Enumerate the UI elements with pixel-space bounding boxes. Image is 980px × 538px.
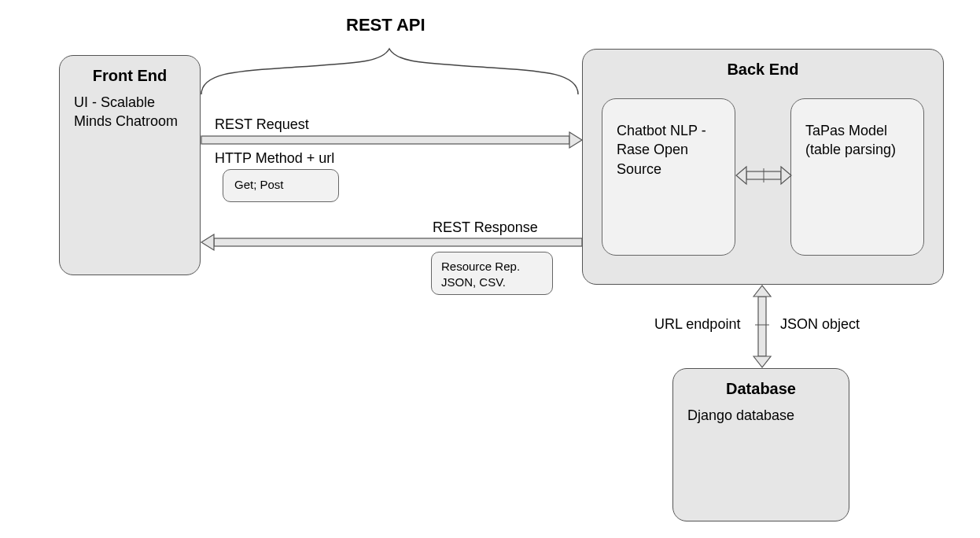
getpost-box: Get; Post xyxy=(223,169,339,202)
frontend-title: Front End xyxy=(60,67,200,85)
http-method-label: HTTP Method + url xyxy=(215,150,334,167)
database-box: Database Django database xyxy=(672,368,849,521)
svg-marker-10 xyxy=(753,356,771,367)
rest-api-title: REST API xyxy=(346,15,426,35)
svg-rect-8 xyxy=(758,297,766,356)
getpost-label: Get; Post xyxy=(223,170,338,199)
svg-marker-9 xyxy=(753,286,771,297)
tapas-box: TaPas Model (table parsing) xyxy=(790,98,924,256)
rest-response-label: REST Response xyxy=(433,219,538,236)
svg-marker-3 xyxy=(201,234,214,250)
resource-box: Resource Rep. JSON, CSV. xyxy=(431,252,553,295)
backend-database-arrow xyxy=(753,286,771,367)
database-title: Database xyxy=(673,380,849,398)
frontend-content: UI - Scalable Minds Chatroom xyxy=(60,85,200,131)
rest-response-arrow xyxy=(201,234,582,250)
curly-brace xyxy=(201,49,578,94)
rest-request-label: REST Request xyxy=(215,116,309,133)
rest-request-arrow xyxy=(201,132,582,148)
json-object-label: JSON object xyxy=(780,316,860,333)
chatbot-box: Chatbot NLP - Rase Open Source xyxy=(602,98,735,256)
chatbot-content: Chatbot NLP - Rase Open Source xyxy=(602,99,735,179)
backend-title: Back End xyxy=(583,61,943,79)
svg-marker-1 xyxy=(569,132,582,148)
frontend-box: Front End UI - Scalable Minds Chatroom xyxy=(59,55,201,275)
database-content: Django database xyxy=(673,398,849,425)
svg-rect-0 xyxy=(201,136,569,144)
url-endpoint-label: URL endpoint xyxy=(654,316,740,333)
resource-label: Resource Rep. JSON, CSV. xyxy=(432,252,552,296)
tapas-content: TaPas Model (table parsing) xyxy=(791,99,923,160)
svg-rect-2 xyxy=(214,238,582,246)
